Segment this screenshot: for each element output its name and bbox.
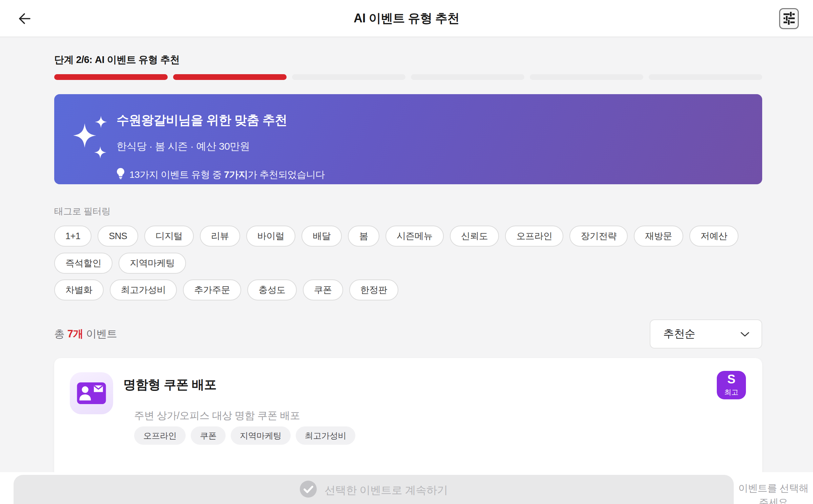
filter-tag-chip[interactable]: 저예산: [689, 226, 739, 247]
filter-tag-chip[interactable]: 차별화: [54, 279, 104, 300]
filter-tag-row-1: 1+1SNS디지털리뷰바이럴배달봄시즌메뉴신뢰도오프라인장기전략재방문저예산즉석…: [54, 226, 783, 274]
event-card-tags: 오프라인쿠폰지역마케팅최고가성비: [134, 426, 355, 445]
lightbulb-icon: [117, 168, 125, 182]
continue-button[interactable]: 선택한 이벤트로 계속하기: [14, 475, 734, 504]
filter-tag-chip[interactable]: 즉석할인: [54, 253, 112, 274]
sort-dropdown[interactable]: 추천순: [650, 319, 762, 349]
event-count: 총 7개 이벤트: [54, 327, 117, 341]
banner-title: 수원왕갈비님을 위한 맞춤 추천: [117, 112, 325, 129]
page-title: AI 이벤트 유형 추천: [354, 10, 459, 27]
filter-tag-chip[interactable]: 오프라인: [505, 226, 563, 247]
progress-segment: [173, 74, 287, 80]
progress-segment: [649, 74, 762, 80]
filter-tag-chip[interactable]: 봄: [348, 226, 379, 247]
back-button[interactable]: [14, 9, 33, 28]
filter-label: 태그로 필터링: [54, 205, 762, 217]
header: AI 이벤트 유형 추천: [0, 0, 813, 37]
filter-tag-chip[interactable]: 최고가성비: [110, 279, 177, 300]
progress-segment: [411, 74, 524, 80]
progress-bar: [54, 74, 762, 80]
filter-tag-chip[interactable]: 디지털: [144, 226, 194, 247]
event-card-description: 주변 상가/오피스 대상 명함 쿠폰 배포: [134, 409, 300, 423]
filter-tag-chip[interactable]: 재방문: [634, 226, 683, 247]
filter-tag-chip[interactable]: 바이럴: [246, 226, 296, 247]
filter-tag-chip[interactable]: SNS: [98, 226, 138, 247]
filter-tag-chip[interactable]: 추가주문: [183, 279, 241, 300]
event-card-tag: 오프라인: [134, 426, 186, 445]
select-event-hint: 이벤트를 선택해주세요: [735, 481, 812, 504]
chevron-down-icon: [740, 328, 750, 340]
event-count-number: 7개: [67, 328, 83, 340]
filter-settings-button[interactable]: [779, 8, 799, 29]
grade-badge: S 최고: [717, 371, 746, 399]
recommendation-banner: 수원왕갈비님을 위한 맞춤 추천 한식당 · 봄 시즌 · 예산 30만원 13…: [54, 94, 762, 184]
step-label: 단계 2/6: AI 이벤트 유형 추천: [54, 53, 762, 67]
filter-tag-chip[interactable]: 충성도: [247, 279, 297, 300]
filter-tag-chip[interactable]: 장기전략: [569, 226, 628, 247]
grade-label: 최고: [724, 387, 738, 397]
banner-subtitle: 한식당 · 봄 시즌 · 예산 30만원: [117, 140, 325, 153]
bottom-bar: 선택한 이벤트로 계속하기 이벤트를 선택해주세요: [0, 472, 813, 504]
event-card-tag: 지역마케팅: [231, 426, 291, 445]
count-row: 총 7개 이벤트 추천순: [54, 319, 762, 349]
filter-tag-chip[interactable]: 리뷰: [200, 226, 240, 247]
progress-segment: [530, 74, 643, 80]
banner-info: 13가지 이벤트 유형 중 7가지가 추천되었습니다: [117, 168, 325, 182]
progress-segment: [292, 74, 405, 80]
tune-sliders-icon: [782, 11, 796, 26]
progress-segment: [54, 74, 168, 80]
filter-tag-chip[interactable]: 한정판: [349, 279, 399, 300]
event-card-tag: 쿠폰: [191, 426, 226, 445]
filter-tag-chip[interactable]: 1+1: [54, 226, 91, 247]
filter-tag-chip[interactable]: 신뢰도: [450, 226, 499, 247]
event-card-tag: 최고가성비: [296, 426, 356, 445]
back-arrow-icon: [16, 10, 32, 28]
filter-tag-chip[interactable]: 쿠폰: [303, 279, 343, 300]
grade-letter: S: [727, 373, 735, 385]
continue-button-label: 선택한 이벤트로 계속하기: [325, 483, 447, 498]
filter-tag-chip[interactable]: 시즌메뉴: [385, 226, 444, 247]
filter-tag-chip[interactable]: 배달: [301, 226, 342, 247]
filter-tag-chip[interactable]: 지역마케팅: [119, 253, 186, 274]
filter-tag-row-2: 차별화최고가성비추가주문충성도쿠폰한정판: [54, 279, 783, 300]
banner-info-text: 13가지 이벤트 유형 중 7가지가 추천되었습니다: [129, 168, 325, 181]
contact-card-icon: [70, 372, 113, 414]
event-card-title: 명함형 쿠폰 배포: [123, 376, 216, 393]
sparkles-icon: [70, 114, 110, 168]
sort-selected-value: 추천순: [663, 327, 695, 341]
main-content: 단계 2/6: AI 이벤트 유형 추천 수원왕갈비님을 위한 맞춤 추천 한식…: [0, 38, 813, 504]
check-circle-icon: [299, 480, 317, 501]
